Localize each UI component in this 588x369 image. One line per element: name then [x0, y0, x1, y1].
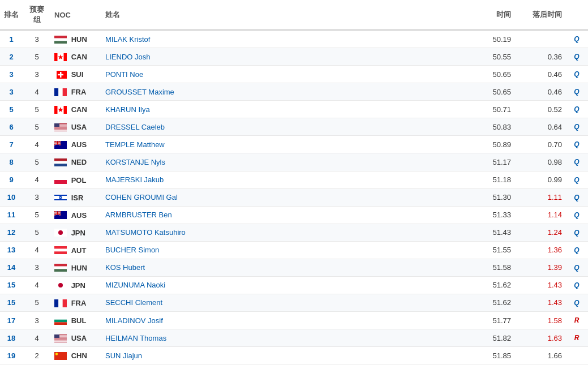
- noc-code: AUT: [71, 246, 87, 255]
- cell-qual: Q: [565, 48, 588, 66]
- flag-icon: [54, 71, 67, 79]
- cell-rank: 3: [0, 83, 23, 101]
- header-qual: [565, 0, 588, 30]
- cell-heat: 5: [23, 101, 51, 118]
- flag-icon: [54, 88, 67, 96]
- cell-qual: Q: [565, 83, 588, 101]
- header-name: 姓名: [102, 0, 469, 30]
- cell-rank: 7: [0, 136, 23, 153]
- cell-heat: 4: [23, 136, 51, 153]
- cell-qual: Q: [565, 188, 588, 206]
- cell-noc: POL: [51, 171, 102, 188]
- cell-heat: 5: [23, 294, 51, 311]
- cell-noc: USA: [51, 329, 102, 347]
- svg-point-65: [58, 283, 63, 288]
- cell-time: 51.17: [469, 153, 514, 171]
- cell-time: 51.58: [469, 259, 514, 276]
- noc-code: HUN: [71, 35, 87, 44]
- cell-rank: 8: [0, 153, 23, 171]
- table-row: 8 5 NED KORSTANJE Nyls 51.17 0.98 Q: [0, 153, 588, 171]
- svg-rect-66: [54, 299, 58, 307]
- svg-rect-79: [54, 342, 67, 342]
- cell-qual: Q: [565, 66, 588, 83]
- table-row: 3 4 FRA GROUSSET Maxime 50.65 0.46 Q: [0, 83, 588, 101]
- cell-qual: Q: [565, 206, 588, 224]
- cell-noc: HUN: [51, 259, 102, 276]
- cell-time: 51.33: [469, 206, 514, 224]
- svg-rect-80: [54, 334, 59, 338]
- svg-rect-40: [54, 180, 67, 184]
- cell-name: MAJERSKI Jakub: [102, 171, 469, 188]
- flag-icon: [54, 36, 67, 44]
- svg-rect-63: [54, 269, 67, 272]
- cell-noc: FRA: [51, 83, 102, 101]
- svg-rect-37: [54, 161, 67, 164]
- cell-time: 50.19: [469, 30, 514, 48]
- svg-rect-1: [54, 38, 67, 41]
- svg-rect-4: [54, 53, 58, 61]
- cell-qual: Q: [565, 259, 588, 276]
- cell-heat: 5: [23, 118, 51, 136]
- flag-icon: [54, 246, 67, 254]
- cell-time: 50.89: [469, 136, 514, 153]
- noc-code: AUS: [71, 140, 87, 149]
- cell-qual: R: [565, 312, 588, 329]
- cell-noc: AUT: [51, 241, 102, 259]
- cell-qual: R: [565, 329, 588, 347]
- cell-qual: Q: [565, 136, 588, 153]
- cell-time: 50.65: [469, 66, 514, 83]
- cell-name: COHEN GROUMI Gal: [102, 188, 469, 206]
- cell-heat: 4: [23, 83, 51, 101]
- cell-time: 51.55: [469, 241, 514, 259]
- svg-rect-77: [54, 339, 67, 340]
- noc-code: HUN: [71, 264, 87, 272]
- svg-rect-2: [54, 41, 67, 44]
- svg-point-82: [55, 353, 58, 355]
- svg-rect-38: [54, 164, 67, 166]
- cell-rank: 13: [0, 241, 23, 259]
- svg-rect-23: [54, 130, 67, 130]
- table-row: 5 5 CAN KHARUN Ilya 50.71 0.52 Q: [0, 101, 588, 118]
- flag-icon: [54, 158, 67, 166]
- cell-rank: 3: [0, 66, 23, 83]
- cell-behind: 0.98: [514, 153, 565, 171]
- cell-behind: 0.70: [514, 136, 565, 153]
- header-rank: 排名: [0, 0, 23, 30]
- svg-rect-24: [54, 131, 67, 131]
- cell-name: KOS Hubert: [102, 259, 469, 276]
- flag-icon: [54, 229, 67, 237]
- svg-rect-71: [54, 322, 67, 325]
- cell-noc: AUS: [51, 206, 102, 224]
- table-row: 2 5 CAN LIENDO Josh 50.55 0.36 Q: [0, 48, 588, 66]
- cell-qual: Q: [565, 294, 588, 311]
- cell-qual: [565, 347, 588, 364]
- svg-rect-36: [54, 158, 67, 161]
- svg-rect-5: [64, 53, 67, 61]
- cell-heat: 5: [23, 206, 51, 224]
- noc-code: ISR: [71, 194, 84, 202]
- noc-code: SUI: [71, 70, 84, 79]
- flag-icon: [54, 211, 67, 219]
- flag-icon: [54, 53, 67, 61]
- cell-rank: 2: [0, 48, 23, 66]
- cell-heat: 3: [23, 259, 51, 276]
- svg-rect-10: [54, 88, 58, 96]
- table-row: 15 5 FRA SECCHI Clement 51.62 1.43 Q: [0, 294, 588, 311]
- cell-noc: USA: [51, 118, 102, 136]
- header-behind: 落后时间: [514, 0, 565, 30]
- noc-code: CHN: [71, 351, 87, 360]
- cell-behind: 0.46: [514, 66, 565, 83]
- cell-time: 51.85: [469, 347, 514, 364]
- cell-heat: 3: [23, 312, 51, 329]
- cell-behind: 1.11: [514, 188, 565, 206]
- cell-heat: 4: [23, 329, 51, 347]
- cell-qual: Q: [565, 118, 588, 136]
- cell-name: HEILMAN Thomas: [102, 329, 469, 347]
- cell-name: MILADINOV Josif: [102, 312, 469, 329]
- cell-name: ARMBRUSTER Ben: [102, 206, 469, 224]
- svg-rect-12: [63, 88, 67, 96]
- cell-behind: 1.14: [514, 206, 565, 224]
- noc-code: POL: [71, 176, 87, 184]
- cell-heat: 4: [23, 241, 51, 259]
- noc-code: FRA: [71, 299, 87, 307]
